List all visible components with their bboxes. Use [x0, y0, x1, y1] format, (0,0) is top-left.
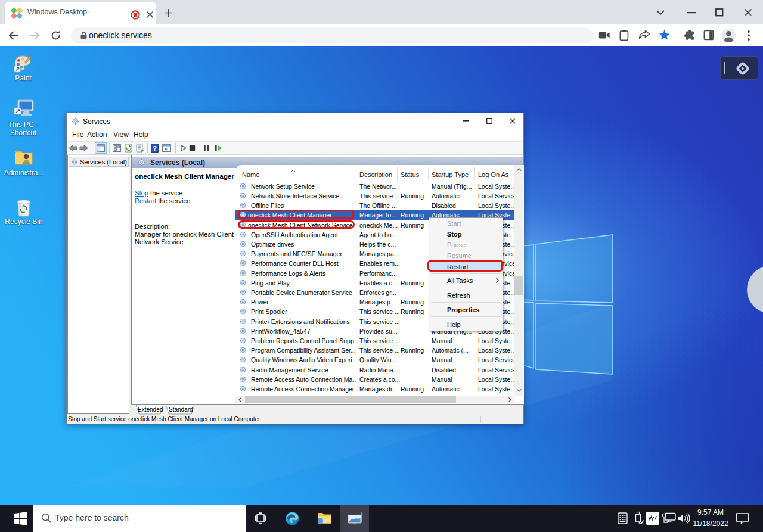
svg-text:Extended: Extended — [138, 406, 163, 413]
svg-text:?: ? — [153, 145, 157, 152]
svg-text:Standard: Standard — [169, 406, 193, 413]
